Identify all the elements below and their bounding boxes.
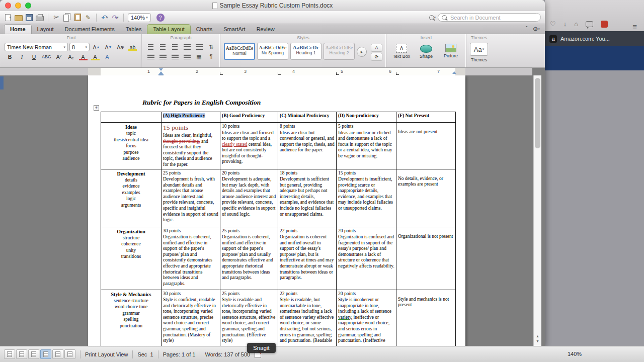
bullets-button[interactable] (145, 43, 156, 51)
rubric-cell[interactable]: No details, evidence, or examples are pr… (396, 169, 456, 227)
text-effects-button[interactable]: A (102, 53, 113, 61)
search-field[interactable] (438, 13, 541, 22)
rubric-col-a[interactable]: (A) High Proficiency (162, 112, 220, 123)
open-button[interactable] (15, 13, 23, 22)
document-page[interactable]: Rubric for Papers in English Composition… (88, 75, 465, 346)
rubric-cell[interactable]: 20 pointsStyle is incoherent or inapprop… (337, 290, 396, 346)
rubric-cell[interactable]: 15 pointsDevelopment is insufficient, pr… (337, 169, 396, 227)
rubric-cell[interactable]: 15 pointsIdeas are clear, insightful, th… (162, 123, 220, 169)
style-no-spacing[interactable]: AaBbCcDdEe No Spacing (257, 43, 288, 60)
help-button[interactable]: ? (156, 14, 165, 22)
scroll-down-arrow[interactable]: ▼ (536, 339, 539, 343)
clear-formatting-button[interactable]: ab (127, 43, 138, 51)
heart-icon[interactable]: ♡ (550, 20, 556, 28)
style-normal[interactable]: AaBbCcDdEe Normal (224, 43, 255, 60)
styles-pane-button[interactable]: A (371, 44, 382, 52)
borders-button[interactable]: ▦ (194, 52, 204, 60)
text-highlight-button[interactable]: A (90, 53, 101, 61)
rubric-cell[interactable]: 5 pointsIdeas are unclear or clichéd and… (337, 123, 396, 169)
underline-button[interactable]: U (29, 53, 39, 61)
tab-layout[interactable]: Layout (32, 24, 59, 34)
search-scope-button[interactable]: ▾ (429, 15, 436, 20)
align-left-button[interactable] (145, 52, 156, 60)
more-styles-button[interactable]: ▸ (357, 47, 367, 57)
download-icon[interactable]: ↓ (564, 20, 567, 28)
row-header-cell[interactable]: Style & Mechanicssentence structure word… (101, 290, 162, 346)
tab-stop-marker[interactable] (278, 72, 281, 75)
refresh-styles-button[interactable]: ⟳ (371, 53, 382, 61)
tab-stop-marker[interactable] (336, 72, 339, 75)
rubric-cell[interactable]: 25 pointsStyle is readable and rhetorica… (220, 290, 278, 346)
rubric-cell[interactable]: 25 pointsOrganization is coherent, unifi… (220, 227, 278, 290)
rubric-cell[interactable]: 20 pointsOrganization is confused and fr… (337, 227, 396, 290)
justify-button[interactable] (182, 52, 192, 60)
hamburger-menu-icon[interactable]: ≡ (632, 22, 637, 31)
print-layout-view-button[interactable] (40, 349, 51, 359)
document-title[interactable]: Rubric for Papers in English Composition (142, 99, 261, 107)
rubric-col-b[interactable]: (B) Good Proficiency (220, 112, 278, 123)
new-document-button[interactable]: ▾ (4, 13, 12, 22)
tab-smartart[interactable]: SmartArt (218, 24, 251, 34)
status-zoom-level[interactable]: 140% (568, 351, 582, 357)
home-icon[interactable]: ⌂ (574, 20, 578, 28)
section-label[interactable]: Sec 1 (137, 351, 153, 357)
cut-button[interactable]: ✂ (52, 13, 60, 22)
document-area[interactable]: Rubric for Papers in English Composition… (0, 75, 533, 346)
vertical-scrollbar[interactable]: ▲ ▼ (533, 75, 541, 346)
font-family-dropdown[interactable]: Times New Roman▾ (5, 43, 68, 51)
bold-button[interactable]: B (5, 53, 15, 61)
horizontal-ruler[interactable]: 1 2 3 4 5 6 7 (0, 68, 532, 76)
search-input[interactable] (449, 14, 537, 21)
table-move-handle[interactable]: + (94, 105, 99, 111)
snagit-badge[interactable]: Snagit (247, 343, 276, 353)
collapse-ribbon-button[interactable]: ˆ (526, 26, 528, 33)
style-heading-1[interactable]: AaBbCcDc Heading 1 (290, 43, 321, 60)
align-center-button[interactable] (157, 52, 168, 60)
tab-review[interactable]: Review (251, 24, 280, 34)
multilevel-list-button[interactable] (170, 43, 180, 51)
scroll-up-arrow[interactable]: ▲ (536, 334, 539, 338)
tab-tables[interactable]: Tables (120, 24, 147, 34)
rubric-cell[interactable]: 30 pointsOrganization is coherent, unifi… (162, 227, 220, 290)
ribbon-settings-button[interactable]: ⚙▾ (533, 26, 540, 33)
rubric-cell[interactable]: 20 pointsDevelopment is adequate, but ma… (220, 169, 278, 227)
grow-font-button[interactable]: A▲ (91, 43, 102, 51)
rubric-cell[interactable]: Ideas are not present (396, 123, 456, 169)
line-spacing-button[interactable]: ⇅ (206, 43, 216, 51)
shrink-font-button[interactable]: A▼ (103, 43, 114, 51)
rubric-cell[interactable]: 22 pointsOrganization is coherent and un… (278, 227, 337, 290)
font-color-button[interactable]: A (78, 53, 89, 61)
rubric-cell[interactable]: Organizational is not present (396, 227, 456, 290)
rubric-cell[interactable]: 22 pointsStyle is readable, but unremark… (278, 290, 337, 346)
tab-table-layout[interactable]: Table Layout (147, 24, 190, 34)
titlebar[interactable]: Sample Essay Rubric Custom Points.docx (0, 0, 545, 12)
rubric-col-c[interactable]: (C) Minimal Proficiency (278, 112, 337, 123)
first-line-indent-marker[interactable] (159, 68, 163, 71)
subscript-button[interactable]: A₂ (66, 53, 76, 61)
print-button[interactable] (36, 13, 44, 22)
extension-icon[interactable] (601, 21, 608, 28)
insert-picture-button[interactable]: Picture (439, 44, 462, 58)
tab-charts[interactable]: Charts (191, 24, 218, 34)
rubric-cell[interactable]: 10 pointsIdeas are clear and focused to … (220, 123, 278, 169)
insert-shape-button[interactable]: Shape (415, 44, 438, 59)
rubric-corner-cell[interactable] (101, 112, 162, 123)
row-header-cell[interactable]: Organizationstructure coherence unity tr… (101, 227, 162, 290)
undo-button[interactable]: ↶▾ (101, 13, 109, 22)
word-count-indicator[interactable]: Words: 137 of 500 (205, 351, 250, 357)
numbering-button[interactable] (157, 43, 168, 51)
row-header-cell[interactable]: Ideastopic thesis/central idea focus pur… (101, 123, 162, 169)
sidebar-thumb[interactable] (0, 76, 4, 89)
notebook-view-button[interactable] (52, 349, 63, 359)
redo-button[interactable]: ↷▾ (111, 13, 119, 22)
italic-button[interactable]: I (17, 53, 27, 61)
insert-text-box-button[interactable]: A Text Box (390, 44, 413, 59)
scrollbar-thumb[interactable] (535, 78, 540, 148)
change-case-button[interactable]: Aa▾ (115, 43, 126, 51)
background-browser-tab[interactable]: a Amazon.com: You... (545, 31, 644, 46)
focus-view-button[interactable] (64, 349, 75, 359)
outline-view-button[interactable] (16, 349, 27, 359)
tab-document-elements[interactable]: Document Elements (59, 24, 120, 34)
show-paragraph-marks-button[interactable]: ¶ (206, 52, 216, 60)
rubric-cell[interactable]: 30 pointsStyle is confident, readable an… (162, 290, 220, 346)
